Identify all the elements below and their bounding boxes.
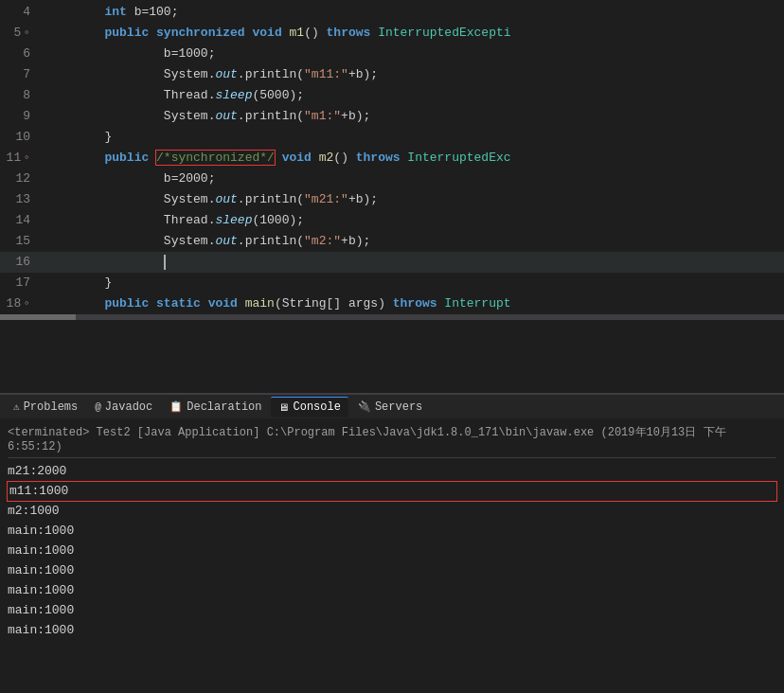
console-line-3: main:1000 [8, 522, 776, 541]
line-number-9: 9 [0, 106, 38, 127]
code-token: out [215, 234, 237, 248]
code-token: synchronized [156, 26, 245, 40]
code-token: .println( [238, 109, 304, 123]
code-token: System. [164, 109, 216, 123]
code-token: (5000); [252, 88, 304, 102]
code-token [45, 109, 164, 123]
line-number-7: 7 [0, 64, 38, 85]
code-line-7: 7 System.out.println("m11:"+b); [0, 64, 784, 85]
code-token [45, 234, 164, 248]
line-number-8: 8 [0, 85, 38, 106]
code-token: public [104, 296, 149, 311]
code-token [45, 88, 164, 102]
line-content-15: System.out.println("m2:"+b); [38, 231, 370, 252]
code-token: throws [327, 26, 371, 40]
code-token [45, 67, 164, 81]
code-line-9: 9 System.out.println("m1:"+b); [0, 106, 784, 127]
code-token: Thread. [164, 213, 216, 227]
code-token: /*synchronized*/ [156, 151, 275, 165]
console-line-8: main:1000 [8, 621, 776, 640]
line-content-10: } [38, 127, 112, 148]
console-line-0: m21:2000 [8, 462, 776, 481]
line-content-7: System.out.println("m11:"+b); [38, 64, 378, 85]
line-content-12: b=2000; [38, 169, 215, 189]
code-token: b=2000; [164, 171, 216, 186]
code-token: .println( [238, 192, 304, 206]
code-token [45, 296, 104, 311]
editor-area[interactable]: 4 int b=100;5 public synchronized void m… [0, 0, 784, 393]
code-token: void [282, 151, 312, 165]
code-token: b=1000; [164, 46, 216, 61]
code-line-5: 5 public synchronized void m1() throws I… [0, 23, 784, 44]
code-token [149, 296, 156, 311]
code-line-12: 12 b=2000; [0, 169, 784, 189]
declaration-tab-icon: 📋 [169, 400, 183, 413]
line-content-14: Thread.sleep(1000); [38, 210, 304, 231]
code-token [45, 46, 164, 61]
servers-tab-icon: 🔌 [358, 400, 371, 413]
code-line-11: 11 public /*synchronized*/ void m2() thr… [0, 148, 784, 169]
code-line-14: 14 Thread.sleep(1000); [0, 210, 784, 231]
editor-scrollbar-thumb[interactable] [0, 314, 76, 320]
code-line-18: 18 public static void main(String[] args… [0, 293, 784, 314]
line-number-4: 4 [0, 2, 38, 23]
console-tab-icon: 🖥 [278, 401, 289, 414]
line-number-17: 17 [0, 273, 38, 293]
code-token [45, 151, 104, 165]
code-token: .println( [238, 67, 304, 81]
servers-tab-label: Servers [375, 400, 422, 414]
console-line-1: m11:1000 [8, 482, 776, 501]
line-content-16 [38, 252, 166, 273]
code-token: static [156, 296, 201, 311]
tab-javadoc[interactable]: @Javadoc [87, 397, 160, 418]
line-number-5: 5 [0, 23, 38, 44]
line-number-12: 12 [0, 169, 38, 189]
tab-declaration[interactable]: 📋Declaration [162, 397, 269, 418]
code-token [282, 26, 290, 40]
code-token: m2 [319, 151, 334, 165]
code-token: public [104, 151, 149, 165]
code-line-10: 10 } [0, 127, 784, 148]
code-token: "m2:" [304, 234, 341, 248]
code-token: +b); [348, 67, 378, 81]
code-token: throws [356, 151, 401, 165]
code-token: public [104, 26, 149, 40]
console-line-7: main:1000 [8, 601, 776, 620]
line-number-6: 6 [0, 44, 38, 64]
code-token [275, 151, 282, 165]
line-number-16: 16 [0, 252, 38, 273]
code-token: (String[] args) [275, 296, 393, 311]
line-number-10: 10 [0, 127, 38, 148]
line-number-15: 15 [0, 231, 38, 252]
line-content-11: public /*synchronized*/ void m2() throws… [38, 148, 511, 169]
code-line-4: 4 int b=100; [0, 2, 784, 23]
code-token: InterruptedExc [401, 151, 511, 165]
code-token: m1 [290, 26, 305, 40]
console-line-6: main:1000 [8, 581, 776, 600]
javadoc-tab-icon: @ [95, 401, 101, 413]
console-tab-label: Console [293, 400, 340, 414]
tab-console[interactable]: 🖥Console [271, 397, 347, 418]
code-token: void [252, 26, 281, 40]
code-token: System. [164, 67, 216, 81]
console-line-5: main:1000 [8, 561, 776, 580]
code-token: } [45, 275, 112, 290]
line-content-8: Thread.sleep(5000); [38, 85, 304, 106]
tab-servers[interactable]: 🔌Servers [350, 397, 430, 418]
code-token: +b); [341, 109, 370, 123]
code-token: () [304, 26, 326, 40]
console-line-4: main:1000 [8, 542, 776, 560]
code-token: "m21:" [304, 192, 348, 206]
editor-scrollbar[interactable] [0, 314, 784, 320]
code-line-8: 8 Thread.sleep(5000); [0, 85, 784, 106]
code-token: } [45, 130, 112, 144]
problems-tab-icon: ⚠ [13, 400, 20, 413]
line-number-13: 13 [0, 189, 38, 210]
tab-problems[interactable]: ⚠Problems [6, 397, 85, 418]
code-token [312, 151, 319, 165]
console-output: m21:2000m11:1000m2:1000main:1000main:100… [8, 462, 776, 640]
code-token: out [215, 192, 237, 206]
code-token [45, 213, 164, 227]
code-token: int [104, 5, 126, 19]
code-token [238, 296, 245, 311]
